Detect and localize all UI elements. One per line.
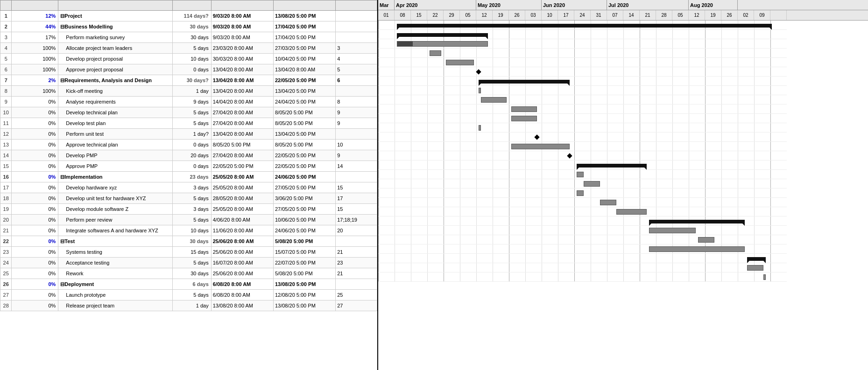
gantt-day-label: 22 xyxy=(427,10,444,21)
table-row-dur: 5 days xyxy=(172,193,211,204)
table-row-dur: 1 day xyxy=(172,86,211,97)
gantt-row xyxy=(378,86,787,95)
table-row-pct: 0% xyxy=(12,225,58,236)
table-row-finish: 5/08/20 5:00 PM xyxy=(273,236,335,247)
table-row-pred xyxy=(336,236,377,247)
table-row-name: Launch prototype xyxy=(58,290,172,300)
table-row-finish: 8/05/20 5:00 PM xyxy=(273,140,335,150)
gantt-bar xyxy=(649,228,696,233)
main-container: 1 12% ⊟Project 114 days? 9/03/20 8:00 AM… xyxy=(0,0,868,370)
gantt-day-label: 01 xyxy=(378,10,395,21)
table-row-pct: 0% xyxy=(12,247,58,258)
table-row-num: 24 xyxy=(0,258,12,268)
table-row-dur: 6 days xyxy=(172,279,211,290)
table-row-num: 28 xyxy=(0,300,12,311)
table-row-finish: 13/08/20 5:00 PM xyxy=(273,11,335,21)
gantt-summary-bar xyxy=(397,24,772,28)
table-row-start: 25/05/20 8:00 AM xyxy=(211,204,273,215)
gantt-day-label: 09 xyxy=(754,10,770,21)
table-row-start: 16/07/20 8:00 AM xyxy=(211,258,273,268)
table-row-finish: 22/05/20 5:00 PM xyxy=(273,161,335,172)
table-row-start: 6/08/20 8:00 AM xyxy=(211,279,273,290)
gantt-bar xyxy=(430,50,441,56)
table-row-start: 27/04/20 8:00 AM xyxy=(211,150,273,161)
gantt-row xyxy=(378,77,787,86)
table-row-pred: 9 xyxy=(336,107,377,118)
table-row-dur: 5 days xyxy=(172,290,211,300)
table-row-pred: 9 xyxy=(336,118,377,129)
table-row-pct: 0% xyxy=(12,118,58,129)
table-row-pred: 21 xyxy=(336,247,377,258)
gantt-bar xyxy=(577,172,584,177)
gantt-bar xyxy=(649,246,745,252)
table-row-finish: 12/08/20 5:00 PM xyxy=(273,290,335,300)
table-row-dur: 0 days xyxy=(172,64,211,75)
gantt-day-label: 12 xyxy=(476,10,493,21)
table-row-start: 8/05/20 5:00 PM xyxy=(211,140,273,150)
table-row-name: ⊟Deployment xyxy=(58,279,172,290)
table-row-pct: 100% xyxy=(12,86,58,97)
table-row-finish: 27/03/20 5:00 PM xyxy=(273,43,335,54)
table-row-pct: 100% xyxy=(12,64,58,75)
gantt-day-label: 21 xyxy=(640,10,656,21)
table-row-name: Approve PMP xyxy=(58,161,172,172)
table-row-pct: 0% xyxy=(12,215,58,225)
table-row-num: 17 xyxy=(0,182,12,193)
gantt-day-label: 17 xyxy=(558,10,574,21)
table-row-num: 15 xyxy=(0,161,12,172)
table-row-dur: 5 days xyxy=(172,107,211,118)
table-row-num: 25 xyxy=(0,268,12,279)
table-row-pct: 0% xyxy=(12,290,58,300)
gantt-table: 1 12% ⊟Project 114 days? 9/03/20 8:00 AM… xyxy=(0,0,378,370)
table-row-num: 16 xyxy=(0,172,12,182)
gantt-day-label: 02 xyxy=(738,10,754,21)
table-row-pred xyxy=(336,86,377,97)
table-row-name: Develop technical plan xyxy=(58,107,172,118)
col-header-name xyxy=(58,0,172,11)
table-row-name: Develop test plan xyxy=(58,118,172,129)
table-row-start: 30/03/20 8:00 AM xyxy=(211,54,273,64)
gantt-summary-bar xyxy=(577,164,647,168)
col-header-finish xyxy=(273,0,335,11)
table-row-pred: 6 xyxy=(336,75,377,86)
table-row-num: 5 xyxy=(0,54,12,64)
table-row-name: Systems testing xyxy=(58,247,172,258)
project-table: 1 12% ⊟Project 114 days? 9/03/20 8:00 AM… xyxy=(0,0,377,311)
gantt-bar xyxy=(763,274,766,280)
table-row-pred xyxy=(336,129,377,140)
table-row-start: 13/04/20 8:00 AM xyxy=(211,75,273,86)
table-row-pred: 23 xyxy=(336,258,377,268)
table-row-dur: 30 days xyxy=(172,236,211,247)
table-row-name: Release project team xyxy=(58,300,172,311)
gantt-bar xyxy=(698,237,714,243)
gantt-row xyxy=(378,67,787,77)
table-row-pct: 0% xyxy=(12,172,58,182)
table-row-name: Develop hardware xyz xyxy=(58,182,172,193)
gantt-row xyxy=(378,226,787,235)
table-row-name: Develop unit test for hardware XYZ xyxy=(58,193,172,204)
table-row-start: 13/08/20 8:00 AM xyxy=(211,300,273,311)
table-row-pct: 0% xyxy=(12,236,58,247)
table-row-pct: 0% xyxy=(12,268,58,279)
table-row-pred: 10 xyxy=(336,140,377,150)
gantt-month-label: Jul 2020 xyxy=(607,0,689,10)
col-header-pct xyxy=(12,0,58,11)
table-row-start: 4/06/20 8:00 AM xyxy=(211,215,273,225)
table-row-pct: 0% xyxy=(12,258,58,268)
table-row-finish: 22/07/20 5:00 PM xyxy=(273,258,335,268)
gantt-bar xyxy=(397,41,488,47)
table-row-pct: 0% xyxy=(12,107,58,118)
gantt-days-row: 0108152229051219260310172431071421280512… xyxy=(378,10,868,21)
gantt-row xyxy=(378,235,787,244)
table-row-dur: 10 days xyxy=(172,225,211,236)
gantt-day-label: 14 xyxy=(623,10,640,21)
table-row-name: Develop project proposal xyxy=(58,54,172,64)
table-row-num: 18 xyxy=(0,193,12,204)
table-row-pct: 44% xyxy=(12,21,58,32)
table-row-pred xyxy=(336,279,377,290)
gantt-header: Mar 2020Apr 2020May 2020Jun 2020Jul 2020… xyxy=(378,0,868,21)
gantt-day-label: 28 xyxy=(656,10,672,21)
table-row-pred: 17;18;19 xyxy=(336,215,377,225)
table-row-pct: 0% xyxy=(12,129,58,140)
gantt-bar xyxy=(616,209,647,215)
